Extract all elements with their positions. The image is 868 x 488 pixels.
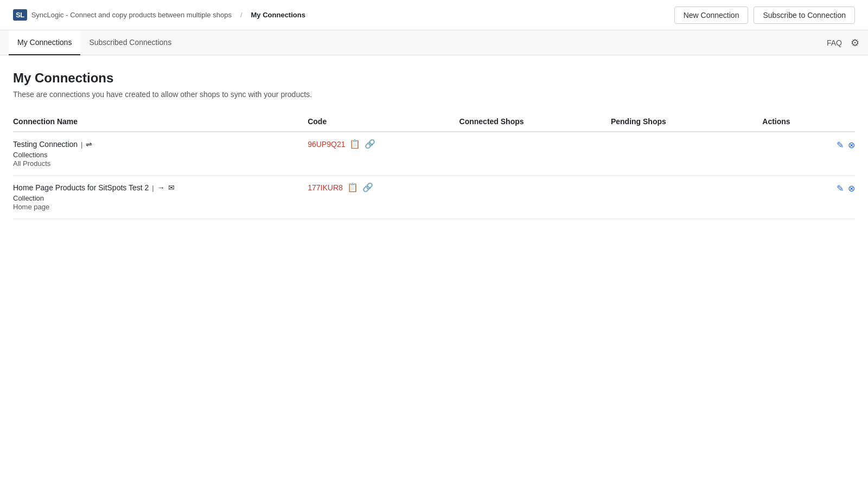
- row2-connection-name: Home Page Products for SitSpots Test 2 |…: [13, 183, 308, 192]
- col-header-pending: Pending Shops: [611, 112, 762, 132]
- col-header-name: Connection Name: [13, 112, 308, 132]
- row2-code-text: 177IKUR8: [308, 183, 343, 192]
- row1-name-text: Testing Connection: [13, 140, 78, 149]
- row1-type-icon: ⇌: [86, 140, 92, 149]
- row2-action-icons: ✎ ⊗: [762, 183, 855, 194]
- col-header-connected: Connected Shops: [459, 112, 611, 132]
- row1-actions-cell: ✎ ⊗: [762, 132, 855, 176]
- row1-code-cell: 96UP9Q21 📋 🔗: [308, 132, 459, 176]
- row2-name-cell: Home Page Products for SitSpots Test 2 |…: [13, 176, 308, 219]
- row2-delete-icon[interactable]: ⊗: [848, 183, 855, 194]
- row2-link-button[interactable]: 🔗: [362, 183, 373, 192]
- new-connection-button[interactable]: New Connection: [674, 7, 749, 24]
- row2-connected-cell: [459, 176, 611, 219]
- page-subtitle: These are connections you have created t…: [13, 90, 855, 99]
- table-row: Home Page Products for SitSpots Test 2 |…: [13, 176, 855, 219]
- app-header: SL SyncLogic - Connect and copy products…: [0, 0, 868, 30]
- row1-action-icons: ✎ ⊗: [762, 140, 855, 150]
- breadcrumb-separator: /: [240, 11, 242, 19]
- tabs-right-area: FAQ ⚙: [827, 37, 859, 49]
- row2-edit-icon[interactable]: ✎: [837, 183, 844, 194]
- logo-mark: SL: [13, 9, 27, 21]
- row1-copy-button[interactable]: 📋: [349, 140, 360, 149]
- tab-my-connections[interactable]: My Connections: [9, 30, 80, 55]
- col-header-code: Code: [308, 112, 459, 132]
- table-header: Connection Name Code Connected Shops Pen…: [13, 112, 855, 132]
- app-name: SyncLogic - Connect and copy products be…: [31, 11, 232, 19]
- row2-actions-cell: ✎ ⊗: [762, 176, 855, 219]
- row2-code: 177IKUR8 📋 🔗: [308, 183, 459, 192]
- row2-meta-label: Collection: [13, 194, 308, 202]
- row2-separator: |: [152, 184, 154, 192]
- row1-shuffle-icon: |: [81, 140, 82, 149]
- col-header-actions: Actions: [762, 112, 855, 132]
- row2-meta-value: Home page: [13, 203, 308, 211]
- row1-name-cell: Testing Connection | ⇌ Collections All P…: [13, 132, 308, 176]
- row2-email-icon: ✉: [168, 183, 175, 192]
- row2-copy-button[interactable]: 📋: [347, 183, 358, 192]
- row1-meta-label: Collections: [13, 151, 308, 159]
- row2-pending-cell: [611, 176, 762, 219]
- row1-edit-icon[interactable]: ✎: [837, 140, 844, 150]
- faq-link[interactable]: FAQ: [827, 38, 842, 47]
- table-body: Testing Connection | ⇌ Collections All P…: [13, 132, 855, 219]
- main-content: My Connections These are connections you…: [0, 55, 868, 234]
- header-actions: New Connection Subscribe to Connection: [674, 7, 855, 24]
- subscribe-to-connection-button[interactable]: Subscribe to Connection: [754, 7, 855, 24]
- row1-connection-name: Testing Connection | ⇌: [13, 140, 308, 149]
- current-page-label: My Connections: [251, 11, 305, 19]
- settings-icon[interactable]: ⚙: [851, 37, 859, 49]
- row1-pending-cell: [611, 132, 762, 176]
- row2-name-text: Home Page Products for SitSpots Test 2: [13, 183, 149, 192]
- row1-code-text: 96UP9Q21: [308, 140, 345, 149]
- tabs-bar: My Connections Subscribed Connections FA…: [0, 30, 868, 55]
- row1-code: 96UP9Q21 📋 🔗: [308, 140, 459, 149]
- page-title: My Connections: [13, 70, 855, 86]
- connections-table: Connection Name Code Connected Shops Pen…: [13, 112, 855, 219]
- row1-meta-value: All Products: [13, 159, 308, 168]
- tab-subscribed-connections[interactable]: Subscribed Connections: [80, 30, 180, 55]
- row1-delete-icon[interactable]: ⊗: [848, 140, 855, 150]
- header-logo-area: SL SyncLogic - Connect and copy products…: [13, 9, 674, 21]
- row1-link-button[interactable]: 🔗: [365, 140, 375, 149]
- table-row: Testing Connection | ⇌ Collections All P…: [13, 132, 855, 176]
- row1-connected-cell: [459, 132, 611, 176]
- row2-arrow-icon: →: [157, 183, 165, 192]
- row2-code-cell: 177IKUR8 📋 🔗: [308, 176, 459, 219]
